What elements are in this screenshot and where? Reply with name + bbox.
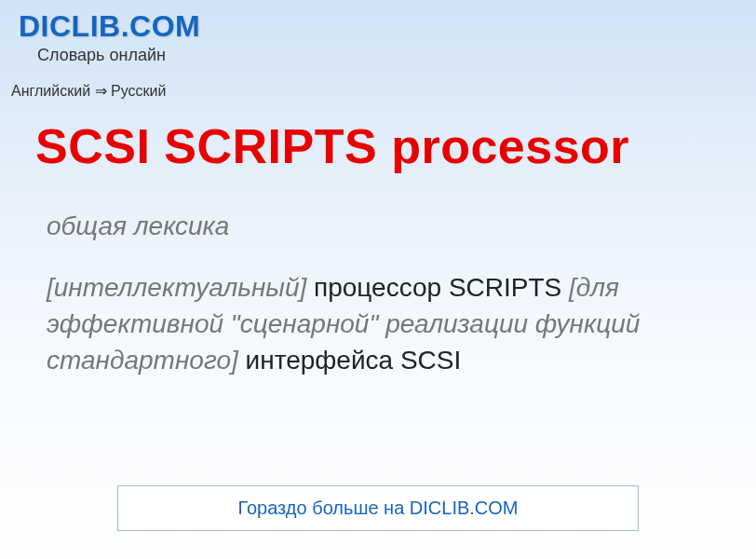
category-label: общая лексика xyxy=(47,211,756,241)
entry-title: SCSI SCRIPTS processor xyxy=(35,118,756,174)
site-tagline: Словарь онлайн xyxy=(37,46,756,65)
definition-part2-main: интерфейса SCSI xyxy=(246,346,462,375)
header: DICLIB.COM Словарь онлайн xyxy=(0,0,756,65)
definition-part1-main: процессор SCRIPTS xyxy=(314,273,569,302)
site-logo[interactable]: DICLIB.COM xyxy=(19,9,756,44)
definition-part1-bracket: [интеллектуальный] xyxy=(47,273,314,302)
cta-text: Гораздо больше на DICLIB.COM xyxy=(237,498,518,518)
cta-box[interactable]: Гораздо больше на DICLIB.COM xyxy=(117,485,639,531)
definition-block: [интеллектуальный] процессор SCRIPTS [дл… xyxy=(47,269,756,379)
breadcrumb[interactable]: Английский ⇒ Русский xyxy=(11,82,756,100)
